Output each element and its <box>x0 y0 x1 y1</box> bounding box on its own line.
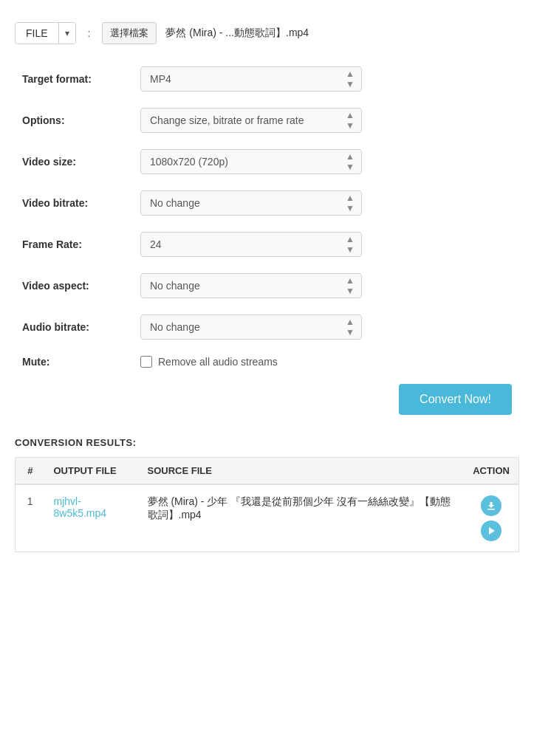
convert-button-row: Convert Now! <box>22 384 512 415</box>
mute-checkbox-label: Remove all audio streams <box>158 356 278 368</box>
video-size-row: Video size: 1080x720 (720p) ▲▼ <box>22 149 512 174</box>
col-header-source-file: SOURCE FILE <box>139 458 465 485</box>
mute-checkbox[interactable] <box>140 356 152 368</box>
options-control: Change size, bitrate or frame rate ▲▼ <box>140 108 512 133</box>
selected-file-name: 夢然 (Mira) - ...動態歌詞】.mp4 <box>165 27 309 40</box>
mute-control: Remove all audio streams <box>140 356 512 368</box>
frame-rate-select-wrapper: 24 ▲▼ <box>140 232 362 257</box>
mute-checkbox-row: Remove all audio streams <box>140 356 512 368</box>
video-aspect-label: Video aspect: <box>22 280 140 292</box>
play-button[interactable] <box>481 520 502 541</box>
file-colon: : <box>85 23 94 44</box>
video-size-control: 1080x720 (720p) ▲▼ <box>140 149 512 174</box>
results-section: CONVERSION RESULTS: # OUTPUT FILE SOURCE… <box>15 437 519 552</box>
output-file-link[interactable]: mjhvl-8w5k5.mp4 <box>54 495 107 519</box>
results-table-header: # OUTPUT FILE SOURCE FILE ACTION <box>16 458 519 485</box>
row-num: 1 <box>16 484 45 552</box>
row-output-file: mjhvl-8w5k5.mp4 <box>45 484 139 552</box>
target-format-control: MP4 ▲▼ <box>140 66 512 92</box>
col-header-output-file: OUTPUT FILE <box>45 458 139 485</box>
col-header-action: ACTION <box>464 458 518 485</box>
audio-bitrate-control: No change ▲▼ <box>140 315 512 340</box>
action-icons <box>473 495 510 541</box>
audio-bitrate-row: Audio bitrate: No change ▲▼ <box>22 315 512 340</box>
target-format-label: Target format: <box>22 73 140 85</box>
options-row: Options: Change size, bitrate or frame r… <box>22 108 512 133</box>
form-section: Target format: MP4 ▲▼ Options: Change si… <box>15 66 519 368</box>
video-bitrate-control: No change ▲▼ <box>140 190 512 216</box>
play-icon <box>486 526 496 536</box>
frame-rate-control: 24 ▲▼ <box>140 232 512 257</box>
video-bitrate-label: Video bitrate: <box>22 197 140 209</box>
file-dropdown-arrow[interactable]: ▾ <box>59 23 75 44</box>
target-format-row: Target format: MP4 ▲▼ <box>22 66 512 92</box>
video-bitrate-row: Video bitrate: No change ▲▼ <box>22 190 512 216</box>
file-row: FILE ▾ : 選擇檔案 夢然 (Mira) - ...動態歌詞】.mp4 <box>15 22 519 44</box>
video-aspect-select-wrapper: No change ▲▼ <box>140 273 362 298</box>
audio-bitrate-label: Audio bitrate: <box>22 321 140 333</box>
options-select-wrapper: Change size, bitrate or frame rate ▲▼ <box>140 108 362 133</box>
download-button[interactable] <box>481 495 502 516</box>
video-aspect-row: Video aspect: No change ▲▼ <box>22 273 512 298</box>
results-title: CONVERSION RESULTS: <box>15 437 519 448</box>
frame-rate-label: Frame Rate: <box>22 238 140 250</box>
mute-row: Mute: Remove all audio streams <box>22 356 512 368</box>
file-button-group: FILE ▾ <box>15 22 76 44</box>
video-bitrate-select-wrapper: No change ▲▼ <box>140 190 362 216</box>
video-size-select-wrapper: 1080x720 (720p) ▲▼ <box>140 149 362 174</box>
target-format-select[interactable]: MP4 <box>140 66 362 92</box>
download-icon <box>486 501 496 511</box>
choose-file-button[interactable]: 選擇檔案 <box>102 22 157 44</box>
frame-rate-select[interactable]: 24 <box>140 232 362 257</box>
mute-label: Mute: <box>22 356 140 368</box>
convert-now-button[interactable]: Convert Now! <box>399 384 512 415</box>
svg-rect-0 <box>487 509 495 510</box>
file-main-button[interactable]: FILE <box>16 23 58 44</box>
col-header-num: # <box>16 458 45 485</box>
video-size-label: Video size: <box>22 156 140 168</box>
target-format-select-wrapper: MP4 ▲▼ <box>140 66 362 92</box>
row-source-file: 夢然 (Mira) - 少年 『我還是從前那個少年 沒有一絲絲改變』【動態歌詞】… <box>139 484 465 552</box>
table-row: 1mjhvl-8w5k5.mp4夢然 (Mira) - 少年 『我還是從前那個少… <box>16 484 519 552</box>
options-select[interactable]: Change size, bitrate or frame rate <box>140 108 362 133</box>
results-table: # OUTPUT FILE SOURCE FILE ACTION 1mjhvl-… <box>15 457 519 552</box>
audio-bitrate-select[interactable]: No change <box>140 315 362 340</box>
audio-bitrate-select-wrapper: No change ▲▼ <box>140 315 362 340</box>
video-bitrate-select[interactable]: No change <box>140 190 362 216</box>
video-size-select[interactable]: 1080x720 (720p) <box>140 149 362 174</box>
options-label: Options: <box>22 114 140 126</box>
svg-marker-1 <box>489 527 495 535</box>
video-aspect-control: No change ▲▼ <box>140 273 512 298</box>
video-aspect-select[interactable]: No change <box>140 273 362 298</box>
frame-rate-row: Frame Rate: 24 ▲▼ <box>22 232 512 257</box>
row-action <box>464 484 518 552</box>
